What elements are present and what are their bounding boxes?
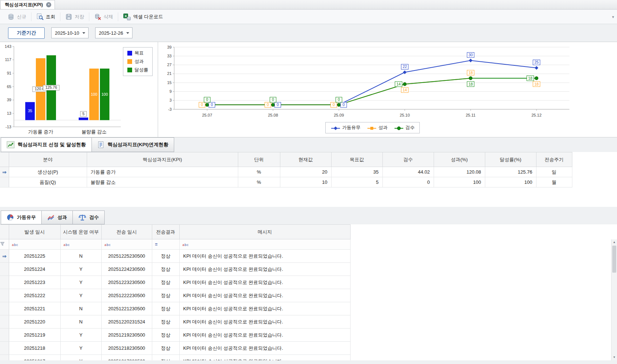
log-grid-cell[interactable]: KPI 데이터 송신이 성공적으로 완료되었습니다. [179,355,350,361]
log-grid-cell[interactable]: 20251222 [9,289,60,302]
log-grid-row[interactable]: 20251219Y20251219230500정상KPI 데이터 송신이 성공적… [0,329,350,342]
new-button[interactable]: 신규 [4,11,30,23]
log-grid-cell[interactable]: Y [60,342,101,355]
log-grid-header-cell[interactable]: 시스템 운영 여부 [60,225,101,239]
tab-operation-status[interactable]: 가동유무 [1,211,42,224]
tab-kpi-window[interactable]: 핵심성과지표(KPI) ✕ [0,0,55,9]
log-grid-header-cell[interactable]: 전송 일시 [101,225,152,239]
log-grid-cell[interactable]: 20251224 [9,263,60,276]
log-grid-row[interactable]: 20251224Y20251224230500정상KPI 데이터 송신이 성공적… [0,263,350,276]
log-grid-cell[interactable]: 20251222230500 [101,289,152,302]
kpi-grid-header-cell[interactable]: 단위 [238,152,280,167]
log-grid-cell[interactable]: 20251218 [9,342,60,355]
log-grid-header-cell[interactable]: 전송결과 [152,225,179,239]
log-grid-cell[interactable]: N [60,250,101,263]
log-grid-cell[interactable]: KPI 데이터 송신이 성공적으로 완료되었습니다. [179,329,350,342]
delete-button[interactable]: 삭제 [90,11,117,23]
excel-download-button[interactable]: X 엑셀 다운로드 [119,11,167,23]
log-grid-cell[interactable]: 20251218230500 [101,342,152,355]
tab-kpi-link-status[interactable]: 핵심성과지표(KPI)연계현황 [91,137,175,152]
vertical-scrollbar[interactable]: ▲ ▼ [611,239,617,360]
date-to-combo[interactable]: 2025-12-26 [95,27,132,38]
log-grid-cell[interactable]: KPI 데이터 송신이 성공적으로 완료되었습니다. [179,342,350,355]
tab-kpi-selection-status[interactable]: 핵심성과지표 선정 및 달성현황 [1,137,92,152]
kpi-grid-header-cell[interactable]: 분야 [9,152,87,167]
log-grid-cell[interactable]: 정상 [152,315,179,329]
log-grid-cell[interactable]: 20251217230500 [101,355,152,361]
kpi-grid-header-cell[interactable]: 달성률(%) [485,152,536,167]
tab-performance[interactable]: 성과 [41,211,73,224]
log-grid-cell[interactable]: 정상 [152,263,179,276]
scroll-up-button[interactable]: ▲ [612,239,617,245]
kpi-grid-cell[interactable]: 100 [485,177,536,187]
log-grid-filter-cell[interactable]: abc [179,239,350,250]
log-grid-cell[interactable]: 20251223230500 [101,276,152,289]
log-grid-row[interactable]: 20251217Y20251217230500정상KPI 데이터 송신이 성공적… [0,355,350,361]
kpi-grid-cell[interactable]: % [238,167,280,177]
kpi-grid-header-cell[interactable]: 핵심성과지표(KPI) [87,152,238,167]
period-button[interactable]: 기준기간 [8,27,45,39]
log-grid-cell[interactable]: 20251217 [9,355,60,361]
kpi-grid-cell[interactable]: 일 [536,167,572,177]
kpi-grid-header-cell[interactable]: 검수 [382,152,434,167]
log-grid-cell[interactable]: 20251221 [9,302,60,315]
log-grid-cell[interactable]: 정상 [152,289,179,302]
log-grid-cell[interactable]: 20251220 [9,315,60,329]
kpi-grid-header-cell[interactable]: 목표값 [331,152,382,167]
log-grid-filter-cell[interactable]: abc [60,239,101,250]
toolbar-overflow-button[interactable]: ▾ [612,14,614,19]
log-grid-cell[interactable]: N [60,315,101,329]
save-button[interactable]: 저장 [61,11,88,23]
log-grid-cell[interactable]: Y [60,276,101,289]
kpi-grid-cell[interactable]: 월 [536,177,572,187]
log-grid-cell[interactable]: Y [60,329,101,342]
log-grid-header-cell[interactable]: 발생 일시 [9,225,60,239]
log-grid-cell[interactable]: Y [60,263,101,276]
log-grid-cell[interactable]: 정상 [152,329,179,342]
kpi-grid-cell[interactable]: 100 [434,177,485,187]
search-button[interactable]: 조회 [33,11,59,23]
scrollbar-thumb[interactable] [612,246,616,273]
log-grid-cell[interactable]: KPI 데이터 송신이 성공적으로 완료되었습니다. [179,289,350,302]
kpi-grid-cell[interactable]: 125.76 [485,167,536,177]
log-grid-cell[interactable]: 20251225230500 [101,250,152,263]
kpi-grid-cell[interactable]: 5 [331,177,382,187]
kpi-grid-cell[interactable]: 10 [280,177,331,187]
log-grid-cell[interactable]: 20251219230500 [101,329,152,342]
log-grid-cell[interactable]: 20251219 [9,329,60,342]
log-grid-cell[interactable]: 정상 [152,276,179,289]
log-grid-cell[interactable]: Y [60,355,101,361]
log-grid-cell[interactable]: KPI 데이터 송신이 성공적으로 완료되었습니다. [179,263,350,276]
log-grid-header-cell[interactable]: 메시지 [179,225,350,239]
kpi-grid-cell[interactable]: 20 [280,167,331,177]
log-grid-filter-cell[interactable]: abc [101,239,152,250]
log-grid-cell[interactable]: 정상 [152,355,179,361]
scroll-down-button[interactable]: ▼ [612,354,617,360]
tab-close-icon[interactable]: ✕ [46,2,51,7]
kpi-grid-cell[interactable]: 35 [331,167,382,177]
kpi-grid-row[interactable]: 품질(Q)불량률 감소%1050100100월 [0,177,572,187]
kpi-grid-header-cell[interactable]: 현재값 [280,152,331,167]
kpi-grid-row[interactable]: ⇒생산성(P)가동률 증가%203544.02120.08125.76일 [0,167,572,177]
log-grid-cell[interactable]: 20251225 [9,250,60,263]
log-grid-cell[interactable]: 20251223 [9,276,60,289]
log-grid-row[interactable]: 20251218Y20251218230500정상KPI 데이터 송신이 성공적… [0,342,350,355]
kpi-grid-cell[interactable]: 44.02 [382,167,434,177]
log-grid-cell[interactable]: N [60,302,101,315]
kpi-grid-cell[interactable]: 불량률 감소 [87,177,238,187]
log-grid-row[interactable]: 20251221N20251221230500정상KPI 데이터 송신이 성공적… [0,302,350,315]
log-grid-cell[interactable]: 정상 [152,302,179,315]
log-grid-cell[interactable]: 정상 [152,250,179,263]
log-grid-cell[interactable]: KPI 데이터 송신이 성공적으로 완료되었습니다. [179,302,350,315]
kpi-grid-cell[interactable]: 0 [382,177,434,187]
log-grid-filter-cell[interactable]: = [152,239,179,250]
kpi-grid-cell[interactable]: % [238,177,280,187]
date-from-combo[interactable]: 2025-10-10 [51,27,89,38]
log-grid-cell[interactable]: Y [60,289,101,302]
log-grid-cell[interactable]: KPI 데이터 송신이 성공적으로 완료되었습니다. [179,250,350,263]
log-grid-cell[interactable]: 정상 [152,342,179,355]
log-grid-cell[interactable]: 20251224230500 [101,263,152,276]
log-grid-row[interactable]: 20251220N20251220231524정상KPI 데이터 송신이 성공적… [0,315,350,329]
log-grid-cell[interactable]: KPI 데이터 송신이 성공적으로 완료되었습니다. [179,315,350,329]
kpi-grid-header-cell[interactable]: 전송주기 [536,152,572,167]
